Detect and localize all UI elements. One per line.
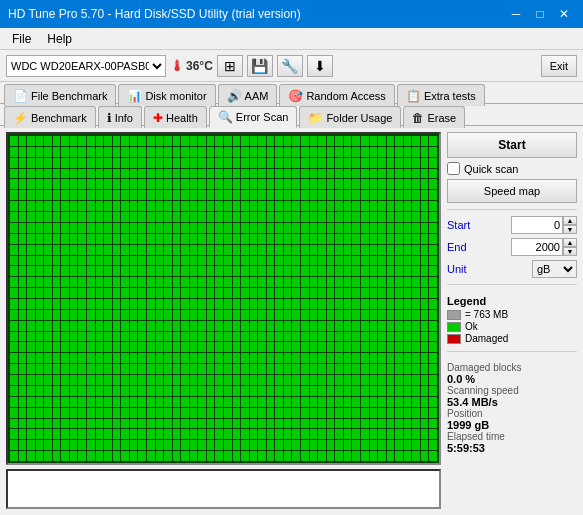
grid-cell [429,201,437,211]
grid-cell [19,342,27,352]
start-button[interactable]: Start [447,132,577,158]
exit-button[interactable]: Exit [541,55,577,77]
grid-cell [121,245,129,255]
grid-cell [378,321,386,331]
grid-cell [10,332,18,342]
grid-cell [10,179,18,189]
grid-cell [190,397,198,407]
grid-cell [292,375,300,385]
grid-cell [275,223,283,233]
grid-cell [378,451,386,461]
quick-scan-checkbox[interactable] [447,162,460,175]
grid-cell [250,321,258,331]
toolbar-icon-btn-3[interactable]: 🔧 [277,55,303,77]
grid-cell [267,277,275,287]
grid-cell [130,245,138,255]
toolbar-icon-btn-1[interactable]: ⊞ [217,55,243,77]
grid-cell [198,397,206,407]
grid-cell [104,353,112,363]
grid-cell [429,310,437,320]
end-spin-down[interactable]: ▼ [563,247,577,256]
grid-cell [173,375,181,385]
grid-cell [361,419,369,429]
start-input[interactable] [511,216,563,234]
grid-cell [395,364,403,374]
grid-cell [96,266,104,276]
grid-cell [421,364,429,374]
tab-extra-tests[interactable]: 📋 Extra tests [397,84,485,106]
grid-cell [233,179,241,189]
tab-erase[interactable]: 🗑 Erase [403,106,465,128]
grid-cell [267,299,275,309]
grid-cell [104,429,112,439]
grid-cell [10,147,18,157]
start-spin-down[interactable]: ▼ [563,225,577,234]
grid-cell [173,429,181,439]
grid-cell [318,321,326,331]
grid-cell [387,234,395,244]
grid-cell [87,364,95,374]
grid-cell [27,310,35,320]
grid-cell [344,245,352,255]
start-spin-up[interactable]: ▲ [563,216,577,225]
grid-cell [370,234,378,244]
grid-cell [181,179,189,189]
toolbar-icon-btn-4[interactable]: ⬇ [307,55,333,77]
grid-cell [370,332,378,342]
drive-select[interactable]: WDC WD20EARX-00PASB0 (2000 gB) [6,55,166,77]
maximize-button[interactable]: □ [529,5,551,23]
tab-folder-usage[interactable]: 📁 Folder Usage [299,106,401,128]
grid-cell [198,158,206,168]
tab-file-benchmark[interactable]: 📄 File Benchmark [4,84,116,106]
grid-cell [19,266,27,276]
tab-aam[interactable]: 🔊 AAM [218,84,278,106]
speed-map-button[interactable]: Speed map [447,179,577,203]
tab-disk-monitor[interactable]: 📊 Disk monitor [118,84,215,106]
grid-cell [130,364,138,374]
grid-cell [233,158,241,168]
tab-benchmark[interactable]: ⚡ Benchmark [4,106,96,128]
grid-cell [156,169,164,179]
grid-cell [395,245,403,255]
grid-cell [70,245,78,255]
grid-cell [70,342,78,352]
close-button[interactable]: ✕ [553,5,575,23]
end-input[interactable] [511,238,563,256]
grid-cell [10,397,18,407]
grid-cell [138,190,146,200]
grid-cell [292,136,300,146]
grid-cell [344,266,352,276]
tab-random-access[interactable]: 🎯 Random Access [279,84,394,106]
grid-cell [164,321,172,331]
grid-cell [250,201,258,211]
grid-cell [70,375,78,385]
end-spin-up[interactable]: ▲ [563,238,577,247]
grid-cell [241,212,249,222]
grid-cell [301,397,309,407]
grid-cell [344,169,352,179]
minimize-button[interactable]: ─ [505,5,527,23]
grid-cell [429,353,437,363]
grid-cell [36,321,44,331]
menu-help[interactable]: Help [39,30,80,48]
unit-select[interactable]: gB MB [532,260,577,278]
grid-cell [44,408,52,418]
grid-cell [310,408,318,418]
grid-cell [310,386,318,396]
grid-cell [310,440,318,450]
grid-cell [241,234,249,244]
grid-cell [138,169,146,179]
tab-error-scan[interactable]: 🔍 Error Scan [209,106,298,128]
toolbar-icon-btn-2[interactable]: 💾 [247,55,273,77]
grid-cell [250,397,258,407]
tab-health[interactable]: ✚ Health [144,106,207,128]
grid-cell [250,310,258,320]
menu-file[interactable]: File [4,30,39,48]
tab-info[interactable]: ℹ Info [98,106,142,128]
grid-cell [370,353,378,363]
grid-cell [27,375,35,385]
grid-cell [121,353,129,363]
grid-cell [156,429,164,439]
grid-cell [267,158,275,168]
grid-cell [284,440,292,450]
